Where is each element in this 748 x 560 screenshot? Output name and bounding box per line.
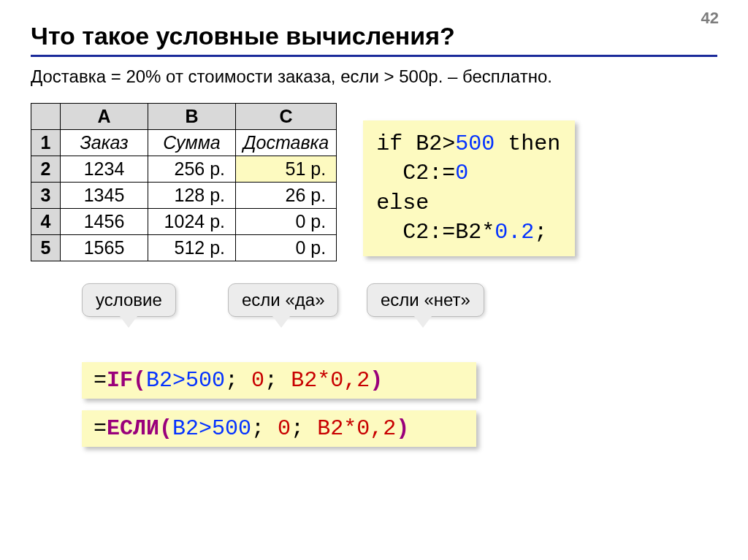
code-text: C2:=: [376, 161, 455, 185]
callout-if-yes: если «да»: [228, 283, 338, 317]
callout-condition: условие: [82, 283, 176, 317]
cell: 1234: [61, 156, 148, 182]
cell: 128 р.: [148, 182, 236, 208]
pseudocode-block: if B2>500 then C2:=0 else C2:=B2*0.2;: [363, 120, 575, 256]
callout-group: условие если «да» если «нет»: [82, 283, 717, 356]
spreadsheet-table: A B C 1 Заказ Сумма Доставка 2 1234 256 …: [31, 103, 337, 261]
cell: 256 р.: [148, 156, 236, 182]
row-header: 4: [31, 208, 61, 234]
row-header: 5: [31, 234, 61, 261]
row-header: 1: [31, 129, 61, 156]
formula-sep: ;: [225, 368, 251, 393]
formula-paren: (: [159, 416, 172, 441]
formula-function: IF: [107, 368, 133, 393]
col-header-c: C: [236, 103, 337, 129]
keyword-if: if: [376, 131, 402, 156]
cell: Сумма: [148, 129, 236, 156]
cell-highlighted: 51 р.: [236, 156, 337, 182]
formula-eq: =: [94, 416, 107, 441]
formula-eq: =: [94, 368, 107, 393]
formula-function: ЕСЛИ: [107, 416, 159, 441]
table-row: 2 1234 256 р. 51 р.: [31, 156, 337, 182]
cell: 26 р.: [236, 182, 337, 208]
code-text: ;: [534, 220, 547, 245]
row-header: 3: [31, 182, 61, 208]
cell: Доставка: [236, 129, 337, 156]
code-number: 0: [455, 161, 468, 185]
subtitle: Доставка = 20% от стоимости заказа, если…: [31, 64, 717, 90]
table-header-row: A B C: [31, 103, 337, 129]
cell: 1024 р.: [148, 208, 236, 234]
cell: 1565: [61, 234, 148, 261]
col-header-b: B: [148, 103, 236, 129]
formula-arg-false: B2*0,2: [291, 368, 370, 393]
code-number: 500: [455, 131, 495, 156]
row-header: 2: [31, 156, 61, 182]
formula-if-english: =IF(B2>500; 0; B2*0,2): [82, 362, 476, 399]
table-corner-cell: [31, 103, 61, 129]
keyword-then: then: [495, 131, 560, 156]
table-row: 4 1456 1024 р. 0 р.: [31, 208, 337, 234]
code-text: B2>: [402, 131, 455, 156]
cell: 0 р.: [236, 208, 337, 234]
formula-paren: (: [133, 368, 146, 393]
formula-arg-false: B2*0,2: [317, 416, 396, 441]
formula-arg-true: 0: [251, 368, 264, 393]
col-header-a: A: [61, 103, 148, 129]
keyword-else: else: [376, 191, 429, 215]
cell: 1456: [61, 208, 148, 234]
callout-if-no: если «нет»: [367, 283, 484, 317]
formula-paren: ): [370, 368, 383, 393]
code-text: C2:=B2*: [376, 220, 495, 245]
table-row: 5 1565 512 р. 0 р.: [31, 234, 337, 261]
formula-paren: ): [396, 416, 409, 441]
page-title: Что такое условные вычисления?: [31, 22, 717, 57]
formula-sep: ;: [264, 368, 291, 393]
cell: 512 р.: [148, 234, 236, 261]
formula-sep: ;: [251, 416, 278, 441]
cell: 1345: [61, 182, 148, 208]
formula-arg-condition: B2>500: [172, 416, 251, 441]
table-row: 3 1345 128 р. 26 р.: [31, 182, 337, 208]
code-number: 0.2: [495, 220, 534, 245]
formula-arg-true: 0: [278, 416, 291, 441]
table-row: 1 Заказ Сумма Доставка: [31, 129, 337, 156]
formula-sep: ;: [291, 416, 317, 441]
cell: Заказ: [61, 129, 148, 156]
formula-if-russian: =ЕСЛИ(B2>500; 0; B2*0,2): [82, 410, 476, 447]
page-number: 42: [701, 9, 719, 28]
formula-arg-condition: B2>500: [146, 368, 225, 393]
cell: 0 р.: [236, 234, 337, 261]
